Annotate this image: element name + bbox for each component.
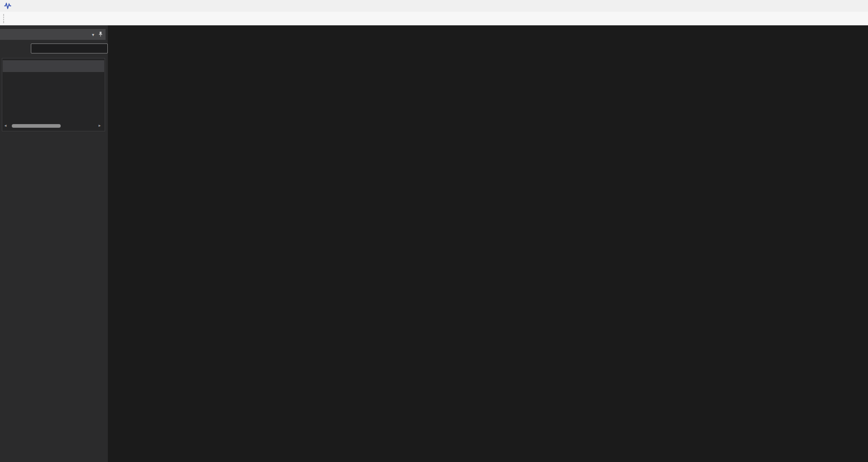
- titlebar: [0, 0, 868, 12]
- app-window: ▾ ◄ ►: [0, 0, 868, 462]
- scroll-right-icon[interactable]: ►: [98, 124, 101, 128]
- app-logo-icon: [4, 3, 11, 9]
- device-event-header[interactable]: ▾: [0, 29, 106, 40]
- event-list: [2, 58, 105, 131]
- device-event-panel: ▾ ◄ ►: [0, 25, 108, 462]
- minimize-button[interactable]: [807, 0, 827, 12]
- pin-icon[interactable]: [98, 31, 103, 38]
- scrollbar-thumb[interactable]: [12, 124, 61, 128]
- window-controls: [807, 0, 868, 12]
- toolbar-grip[interactable]: [3, 14, 6, 23]
- close-button[interactable]: [848, 0, 868, 12]
- main-toolbar: [0, 12, 868, 25]
- event-list-item-selected[interactable]: [3, 60, 104, 72]
- scroll-left-icon[interactable]: ◄: [4, 124, 7, 128]
- waveform-canvas: [0, 0, 868, 462]
- event-files-input[interactable]: [31, 43, 108, 53]
- maximize-button[interactable]: [827, 0, 848, 12]
- event-list-hscrollbar[interactable]: ◄ ►: [4, 123, 101, 129]
- collapse-chevron-icon[interactable]: ▾: [92, 32, 94, 37]
